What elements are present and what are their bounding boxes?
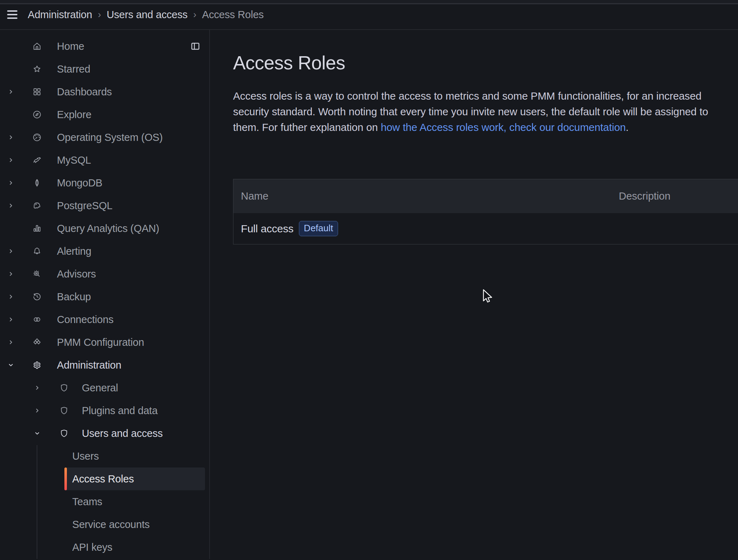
sidebar-item-label: Access Roles [72,473,134,485]
sidebar-item-query-analytics-qan[interactable]: Query Analytics (QAN) [0,217,209,240]
dock-sidebar-icon[interactable] [190,41,201,52]
hamburger-menu-icon[interactable] [7,10,17,19]
breadcrumb-item-access-roles: Access Roles [202,9,264,21]
chevron-right-icon[interactable] [7,271,14,278]
page-title: Access Roles [233,52,738,74]
sidebar-item-starred[interactable]: Starred [0,58,209,80]
sidebar-item-label: Home [57,41,84,52]
sidebar-item-label: Backup [57,291,91,303]
chevron-down-icon[interactable] [7,362,14,369]
chevron-right-icon[interactable] [7,180,14,186]
sidebar-item-dashboards[interactable]: Dashboards [0,80,209,103]
gauge-icon [32,132,42,142]
sidebar-item-access-roles[interactable]: Access Roles [0,467,209,490]
sidebar-item-label: Plugins and data [82,405,158,417]
chevron-right-icon[interactable] [7,89,14,95]
breadcrumb-separator: › [193,9,197,20]
home-icon [32,41,42,51]
roles-table: Name Description Full access Default [233,179,738,244]
shield-icon [59,428,69,438]
sidebar-item-postgresql[interactable]: PostgreSQL [0,194,209,217]
mysql-dolphin-icon [32,155,42,165]
sidebar-item-administration[interactable]: Administration [0,354,209,376]
table-row[interactable]: Full access Default [233,213,738,244]
sidebar-item-connections[interactable]: Connections [0,308,209,331]
documentation-link[interactable]: how the Access roles work, check our doc… [381,121,626,133]
default-badge[interactable]: Default [299,221,338,236]
sidebar-item-label: Alerting [57,245,91,257]
sidebar-item-label: Operating System (OS) [57,132,163,143]
bar-chart-icon [32,223,42,233]
breadcrumb-item-users-and-access[interactable]: Users and access [107,9,188,21]
active-indicator-bar [64,467,67,490]
sidebar-item-mongodb[interactable]: MongoDB [0,171,209,194]
sidebar-item-label: Teams [72,496,102,508]
chevron-right-icon[interactable] [7,294,14,300]
sidebar-item-label: Dashboards [57,86,112,98]
chevron-right-icon[interactable] [7,202,14,209]
sidebar-item-api-keys[interactable]: API keys [0,536,209,559]
sidebar-item-advisors[interactable]: Advisors [0,263,209,285]
sidebar-item-home[interactable]: Home [0,35,209,58]
sidebar-item-plugins-and-data[interactable]: Plugins and data [0,399,209,422]
sidebar-item-label: Advisors [57,268,96,280]
window-top-strip [0,0,738,4]
breadcrumb-separator: › [97,9,102,20]
sidebar-item-label: Service accounts [72,519,150,530]
sidebar-item-label: PostgreSQL [57,200,112,212]
sidebar-item-label: Users and access [82,428,163,439]
sidebar-item-label: Query Analytics (QAN) [57,223,159,234]
chevron-right-icon[interactable] [7,134,14,141]
sidebar-item-service-accounts[interactable]: Service accounts [0,513,209,536]
sidebar-item-label: API keys [72,541,112,553]
sidebar-item-alerting[interactable]: Alerting [0,240,209,263]
breadcrumb-item-administration[interactable]: Administration [28,9,92,21]
description-suffix: . [626,121,629,133]
page-description: Access roles is a way to control the acc… [233,88,736,135]
sidebar-item-label: Users [72,450,99,462]
chevron-right-icon[interactable] [7,248,14,255]
shield-icon [59,383,69,393]
table-header-row: Name Description [233,179,738,213]
shield-icon [59,406,69,416]
sidebar-item-operating-system-os[interactable]: Operating System (OS) [0,126,209,149]
breadcrumb: Administration›Users and access›Access R… [28,9,264,21]
chevron-right-icon[interactable] [7,316,14,323]
sidebar-item-label: Starred [57,63,90,75]
chevron-right-icon[interactable] [7,157,14,164]
column-header-description: Description [619,190,738,202]
column-header-name: Name [233,190,619,202]
sidebar-item-users[interactable]: Users [0,445,209,467]
sidebar-item-users-and-access[interactable]: Users and access [0,422,209,445]
gear-icon [32,360,42,370]
postgresql-elephant-icon [32,201,42,211]
sidebar-item-label: Administration [57,359,121,371]
sidebar-item-explore[interactable]: Explore [0,103,209,126]
star-icon [32,64,42,74]
sidebar-item-pmm-configuration[interactable]: PMM Configuration [0,331,209,354]
sidebar-item-label: PMM Configuration [57,337,144,348]
sidebar-item-teams[interactable]: Teams [0,490,209,513]
advisor-magnifier-icon [32,269,42,279]
topbar: Administration›Users and access›Access R… [0,4,738,30]
apps-icon [32,87,42,97]
linked-circles-icon [32,315,42,324]
sidebar-item-backup[interactable]: Backup [0,285,209,308]
chevron-down-icon[interactable] [34,430,41,437]
sidebar-item-label: MySQL [57,154,91,166]
role-name: Full access [241,223,294,235]
mongodb-leaf-icon [32,178,42,188]
chevron-right-icon[interactable] [7,339,14,346]
chevron-right-icon[interactable] [34,407,41,414]
sidebar-item-general[interactable]: General [0,376,209,399]
history-clock-icon [32,292,42,302]
pmm-logo-icon [32,337,42,347]
compass-icon [32,110,42,120]
sidebar-item-mysql[interactable]: MySQL [0,149,209,171]
sidebar-item-label: MongoDB [57,177,102,189]
sidebar-item-label: General [82,382,118,394]
sidebar-nav: HomeStarredDashboardsExploreOperating Sy… [0,30,210,559]
mouse-cursor [480,288,495,305]
bell-icon [32,246,42,256]
chevron-right-icon[interactable] [34,385,41,391]
